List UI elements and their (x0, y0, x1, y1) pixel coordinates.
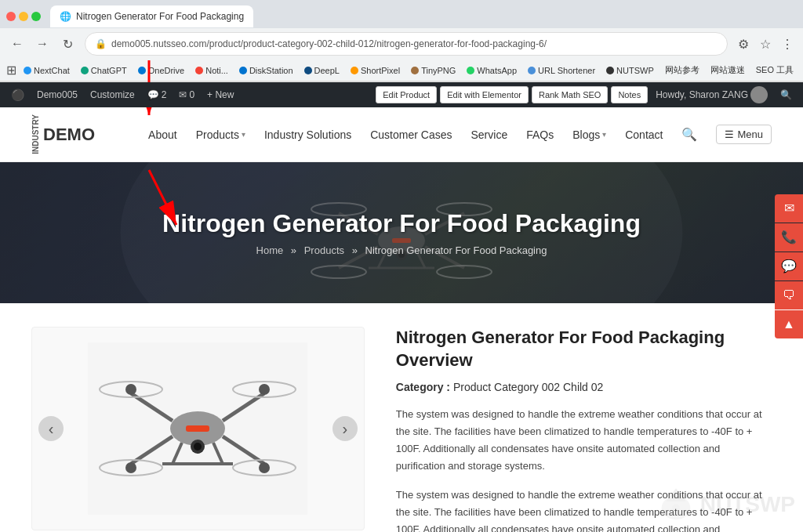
nav-customer-cases[interactable]: Customer Cases (370, 128, 452, 141)
tab-title: Nitrogen Generator For Food Packaging (76, 11, 244, 22)
tab-favicon: 🌐 (60, 11, 71, 22)
bookmarks-bar: ⊞ NextChat ChatGPT OneDrive Noti... Disk… (0, 60, 803, 81)
bookmark-webref[interactable]: 网站参考 (661, 63, 703, 78)
gallery-prev-button[interactable]: ‹ (38, 416, 64, 441)
nav-blogs[interactable]: Blogs ▾ (572, 128, 606, 141)
notes-btn[interactable]: Notes (611, 86, 648, 103)
wp-admin-bar: ⚫ Demo005 Customize 💬 2 ✉ 0 + New Edit P… (0, 82, 803, 107)
wp-search-btn[interactable]: 🔍 (776, 82, 797, 107)
svg-rect-36 (186, 425, 209, 432)
side-whatsapp-button[interactable]: 💬 (775, 252, 803, 280)
product-gallery: ‹ (31, 327, 365, 532)
menu-button[interactable]: ☰ Menu (716, 125, 772, 144)
nav-about[interactable]: About (148, 128, 177, 141)
grid-icon[interactable]: ⊞ (6, 61, 16, 80)
bookmark-notifications[interactable]: Noti... (191, 64, 232, 77)
main-product-image: ‹ (31, 327, 365, 530)
site-header: INDUSTRY DEMO About Products ▾ Industry … (0, 107, 803, 162)
nav-contact[interactable]: Contact (625, 128, 663, 141)
breadcrumb-home[interactable]: Home (256, 244, 284, 256)
messages-item[interactable]: ✉ 0 (174, 82, 199, 107)
window-maximize-btn[interactable] (31, 12, 41, 21)
bookmark-chatgpt[interactable]: ChatGPT (77, 64, 131, 77)
comments-item[interactable]: 💬 2 (143, 82, 172, 107)
rank-math-btn[interactable]: Rank Math SEO (532, 86, 608, 103)
chat-icon: 🗨 (783, 288, 795, 302)
site-name-label: Demo005 (37, 89, 78, 100)
howdy-label: Howdy, Sharon ZANG (656, 89, 748, 100)
window-close-btn[interactable] (6, 12, 16, 21)
bookmark-shortpixel[interactable]: ShortPixel (347, 64, 404, 77)
admin-bar-right: Edit Product Edit with Elementor Rank Ma… (376, 82, 797, 107)
breadcrumb: Home » Products » Nitrogen Generator For… (256, 244, 547, 256)
howdy-item[interactable]: Howdy, Sharon ZANG (651, 82, 772, 107)
extensions-icon[interactable]: ⚙ (734, 34, 753, 53)
refresh-button[interactable]: ↻ (56, 33, 78, 55)
whatsapp-icon: 💬 (781, 259, 797, 273)
phone-icon: 📞 (781, 230, 797, 244)
customize-label: Customize (90, 89, 135, 100)
edit-product-btn[interactable]: Edit Product (376, 86, 437, 103)
gallery-next-button[interactable]: › (332, 416, 358, 441)
arrow-up-icon: ▲ (783, 317, 795, 331)
url-bar[interactable]: 🔒 demo005.nutsseo.com/product/product-ca… (85, 32, 728, 56)
logo-text: DEMO (43, 125, 95, 145)
site-name-item[interactable]: Demo005 (32, 82, 82, 107)
product-category: Category : Product Category 002 Child 02 (396, 381, 772, 393)
chevron-down-icon-blogs: ▾ (602, 130, 606, 139)
browser-toolbar: ⚙ ☆ ⋮ (734, 34, 797, 53)
edit-elementor-label: Edit with Elementor (447, 90, 521, 100)
category-label: Category : (396, 381, 450, 393)
new-label: + New (207, 89, 234, 100)
star-icon[interactable]: ☆ (756, 34, 775, 53)
svg-point-31 (125, 462, 136, 473)
bookmark-whatsapp[interactable]: WhatsApp (463, 64, 521, 77)
side-email-button[interactable]: ✉ (775, 194, 803, 223)
site-logo[interactable]: INDUSTRY DEMO (31, 114, 95, 154)
svg-line-18 (149, 170, 176, 225)
window-minimize-btn[interactable] (19, 12, 28, 21)
bookmark-webnaomi[interactable]: 网站遨迷 (707, 63, 749, 78)
bookmark-urlshortener[interactable]: URL Shortener (524, 64, 599, 77)
breadcrumb-products[interactable]: Products (304, 244, 344, 256)
messages-count: 0 (189, 89, 194, 100)
hamburger-icon: ☰ (725, 128, 734, 140)
bookmark-nextchat[interactable]: NextChat (20, 64, 74, 77)
product-description-1: The system was designed to handle the ex… (396, 406, 772, 475)
nav-faqs[interactable]: FAQs (526, 128, 554, 141)
bookmark-deepl[interactable]: DeepL (300, 64, 343, 77)
active-tab[interactable]: 🌐 Nitrogen Generator For Food Packaging (50, 5, 253, 27)
more-icon[interactable]: ⋮ (778, 34, 797, 53)
product-title: Nitrogen Generator For Food Packaging Ov… (396, 327, 772, 371)
side-phone-button[interactable]: 📞 (775, 223, 803, 252)
svg-point-29 (125, 384, 136, 395)
new-item[interactable]: + New (202, 82, 238, 107)
product-drone-svg (88, 342, 307, 515)
wp-logo-item[interactable]: ⚫ (6, 82, 29, 107)
tab-bar: 🌐 Nitrogen Generator For Food Packaging (0, 0, 803, 28)
back-button[interactable]: ← (6, 33, 28, 55)
message-icon: ✉ (179, 89, 187, 100)
chevron-down-icon: ▾ (242, 130, 245, 139)
category-value: Product Category 002 Child 02 (453, 381, 603, 393)
customize-item[interactable]: Customize (85, 82, 140, 107)
browser-chrome: 🌐 Nitrogen Generator For Food Packaging … (0, 0, 803, 82)
bookmark-seotools[interactable]: SEO 工具 (752, 63, 798, 78)
bookmark-nutswp[interactable]: NUTSWP (602, 64, 658, 77)
nav-industry-solutions[interactable]: Industry Solutions (264, 128, 351, 141)
product-info: Nitrogen Generator For Food Packaging Ov… (365, 327, 772, 532)
scroll-top-button[interactable]: ▲ (775, 310, 803, 338)
bookmark-diskstation[interactable]: DiskStation (235, 64, 297, 77)
nav-service[interactable]: Service (471, 128, 507, 141)
svg-point-30 (259, 384, 270, 395)
forward-button[interactable]: → (31, 33, 53, 55)
edit-elementor-btn[interactable]: Edit with Elementor (440, 86, 529, 103)
notes-label: Notes (618, 90, 641, 100)
search-button[interactable]: 🔍 (681, 127, 697, 142)
side-chat-button[interactable]: 🗨 (775, 281, 803, 309)
bookmark-tinypng[interactable]: TinyPNG (407, 64, 460, 77)
rank-math-label: Rank Math SEO (539, 90, 601, 100)
logo-prefix: INDUSTRY (31, 114, 40, 154)
svg-point-32 (259, 462, 270, 473)
nav-products[interactable]: Products ▾ (196, 128, 245, 141)
